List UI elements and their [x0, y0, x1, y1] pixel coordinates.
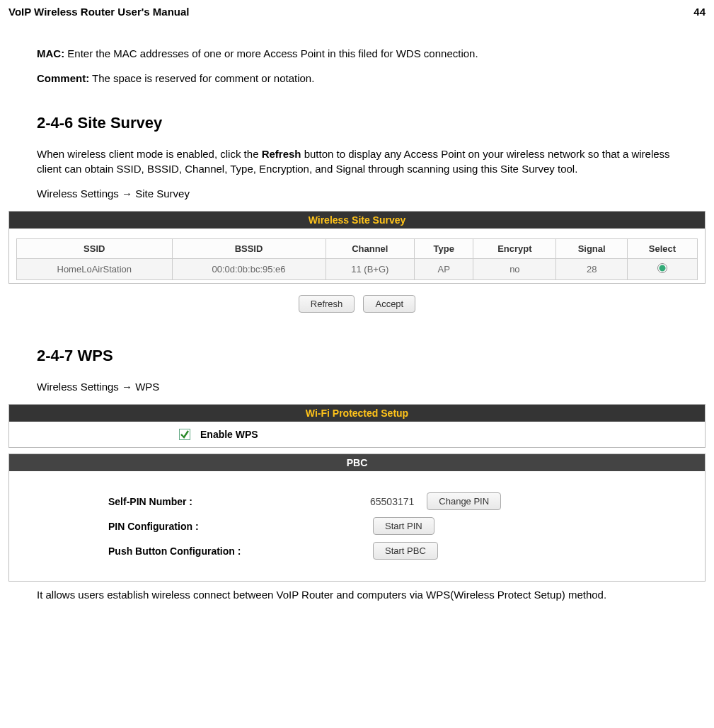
change-pin-button[interactable]: Change PIN: [427, 492, 501, 510]
push-button-row: Push Button Configuration : Start PBC: [108, 542, 705, 560]
mac-label: MAC:: [37, 47, 64, 59]
cell-ssid: HomeLoAirStation: [17, 259, 173, 280]
section-246-desc: When wireless client mode is enabled, cl…: [37, 146, 677, 176]
pin-config-label: PIN Configuration :: [108, 521, 370, 532]
col-select: Select: [627, 239, 697, 259]
enable-wps-row: Enable WPS: [9, 422, 705, 447]
col-encrypt: Encrypt: [473, 239, 556, 259]
col-channel: Channel: [326, 239, 415, 259]
table-row: HomeLoAirStation 00:0d:0b:bc:95:e6 11 (B…: [17, 259, 698, 280]
page-content: MAC: Enter the MAC addresses of one or m…: [8, 46, 706, 201]
cell-type: AP: [415, 259, 473, 280]
cell-encrypt: no: [473, 259, 556, 280]
self-pin-row: Self-PIN Number : 65503171 Change PIN: [108, 492, 705, 510]
self-pin-label: Self-PIN Number :: [108, 496, 370, 507]
pin-config-row: PIN Configuration : Start PIN: [108, 517, 705, 535]
wps-panel-title: Wi-Fi Protected Setup: [9, 405, 705, 422]
cell-bssid: 00:0d:0b:bc:95:e6: [172, 259, 326, 280]
col-bssid: BSSID: [172, 239, 326, 259]
site-survey-title: Wireless Site Survey: [9, 212, 705, 229]
select-radio[interactable]: [657, 263, 667, 273]
manual-title: VoIP Wireless Router User's Manual: [8, 6, 189, 18]
site-survey-panel: Wireless Site Survey SSID BSSID Channel …: [8, 211, 706, 284]
page-number: 44: [693, 6, 706, 18]
checkbox-checked-icon[interactable]: [179, 429, 190, 440]
wps-panel: Wi-Fi Protected Setup Enable WPS: [8, 404, 706, 448]
start-pbc-button[interactable]: Start PBC: [373, 542, 438, 560]
survey-button-row: Refresh Accept: [8, 289, 706, 318]
mac-text: Enter the MAC addresses of one or more A…: [64, 47, 478, 59]
refresh-button[interactable]: Refresh: [299, 295, 355, 313]
section-247-breadcrumb: Wireless Settings → WPS: [37, 379, 677, 394]
section-247-footer: It allows users establish wireless conne…: [37, 587, 677, 602]
pbc-panel-title: PBC: [9, 454, 705, 471]
cell-select: [627, 259, 697, 280]
comment-paragraph: Comment: The space is reserved for comme…: [37, 71, 677, 86]
accept-button[interactable]: Accept: [363, 295, 415, 313]
comment-label: Comment:: [37, 72, 89, 84]
enable-wps-label: Enable WPS: [200, 429, 258, 440]
col-signal: Signal: [556, 239, 627, 259]
section-247-heading: 2-4-7 WPS: [37, 347, 677, 365]
mac-paragraph: MAC: Enter the MAC addresses of one or m…: [37, 46, 677, 61]
start-pin-button[interactable]: Start PIN: [373, 517, 434, 535]
push-button-label: Push Button Configuration :: [108, 545, 370, 557]
survey-header-row: SSID BSSID Channel Type Encrypt Signal S…: [17, 239, 698, 259]
comment-text: The space is reserved for comment or not…: [89, 72, 314, 84]
cell-channel: 11 (B+G): [326, 259, 415, 280]
pbc-panel: PBC Self-PIN Number : 65503171 Change PI…: [8, 453, 706, 582]
self-pin-value: 65503171: [370, 496, 414, 507]
page-header: VoIP Wireless Router User's Manual 44: [8, 6, 706, 18]
svg-rect-0: [180, 429, 190, 440]
cell-signal: 28: [556, 259, 627, 280]
col-type: Type: [415, 239, 473, 259]
col-ssid: SSID: [17, 239, 173, 259]
section-246-breadcrumb: Wireless Settings → Site Survey: [37, 186, 677, 201]
survey-table: SSID BSSID Channel Type Encrypt Signal S…: [16, 238, 698, 280]
section-246-heading: 2-4-6 Site Survey: [37, 114, 677, 132]
